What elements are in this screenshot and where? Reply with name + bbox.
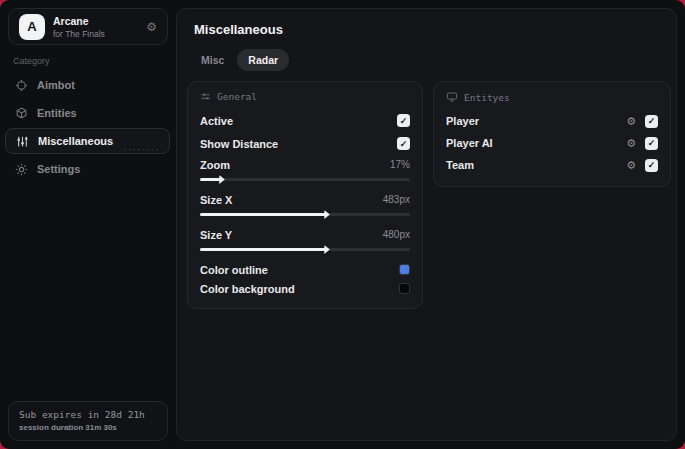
tune-icon xyxy=(200,91,211,102)
tab-misc[interactable]: Misc xyxy=(190,49,235,71)
setting-row-color-background: Color background xyxy=(200,279,410,298)
color-background-swatch[interactable] xyxy=(399,283,410,294)
entity-row-player: Player ⚙ xyxy=(446,110,658,132)
setting-label: Color background xyxy=(200,283,295,295)
category-label: Category xyxy=(13,56,50,66)
entity-controls: ⚙ xyxy=(626,115,658,128)
entity-controls: ⚙ xyxy=(626,159,658,172)
session-duration-text: session duration 31m 30s xyxy=(19,423,157,432)
slider-fill xyxy=(200,213,322,216)
setting-label: Zoom xyxy=(200,159,230,171)
sidebar-item-label: Settings xyxy=(37,163,80,175)
tab-radar[interactable]: Radar xyxy=(237,49,289,71)
size-y-value: 480px xyxy=(383,229,410,240)
active-checkbox[interactable] xyxy=(397,114,410,127)
general-card-title: General xyxy=(217,91,257,102)
slider-thumb[interactable] xyxy=(214,175,225,184)
entity-label: Player AI xyxy=(446,137,493,149)
setting-row-active: Active xyxy=(200,109,410,132)
sidebar-item-aimbot[interactable]: Aimbot xyxy=(0,71,175,99)
general-card: General Active Show Distance Zoom 17% S xyxy=(187,81,423,309)
entities-card: Entityes Player ⚙ Player AI ⚙ Team xyxy=(433,81,671,187)
dots-decoration: ········ xyxy=(124,145,160,155)
size-x-value: 483px xyxy=(383,194,410,205)
setting-row-size-x: Size X 483px xyxy=(200,190,410,209)
slider-fill xyxy=(200,248,322,251)
sidebar: A Arcane for The Finals ⚙ Category Aimbo… xyxy=(0,0,175,449)
general-card-header: General xyxy=(200,91,410,102)
gear-icon[interactable]: ⚙ xyxy=(626,160,636,171)
app-window: A Arcane for The Finals ⚙ Category Aimbo… xyxy=(0,0,685,449)
sidebar-item-label: Aimbot xyxy=(37,79,75,91)
entity-label: Team xyxy=(446,159,474,171)
sidebar-item-entities[interactable]: Entities xyxy=(0,99,175,127)
team-checkbox[interactable] xyxy=(645,159,658,172)
player-ai-checkbox[interactable] xyxy=(645,137,658,150)
settings-gear-icon[interactable]: ⚙ xyxy=(146,21,157,33)
setting-label: Active xyxy=(200,115,233,127)
main-panel: Miscellaneous Misc Radar General Active … xyxy=(176,8,677,441)
gear-icon xyxy=(15,163,28,176)
entity-label: Player xyxy=(446,115,479,127)
app-title: Arcane xyxy=(53,15,105,27)
zoom-value: 17% xyxy=(390,159,410,170)
zoom-slider[interactable] xyxy=(200,178,410,181)
app-header-texts: Arcane for The Finals xyxy=(53,15,105,39)
setting-row-show-distance: Show Distance xyxy=(200,132,410,155)
subscription-card: Sub expires in 28d 21h session duration … xyxy=(8,401,168,441)
entity-controls: ⚙ xyxy=(626,137,658,150)
setting-row-color-outline: Color outline xyxy=(200,260,410,279)
slider-fill xyxy=(200,178,217,181)
size-y-slider[interactable] xyxy=(200,248,410,251)
entities-card-header: Entityes xyxy=(446,91,658,103)
page-title: Miscellaneous xyxy=(194,22,283,37)
setting-label: Size Y xyxy=(200,229,232,241)
setting-label: Color outline xyxy=(200,264,268,276)
sidebar-item-miscellaneous[interactable]: Miscellaneous ········ xyxy=(5,128,170,154)
slider-thumb[interactable] xyxy=(319,210,330,219)
show-distance-checkbox[interactable] xyxy=(397,137,410,150)
sidebar-item-settings[interactable]: Settings xyxy=(0,155,175,183)
color-outline-swatch[interactable] xyxy=(399,264,410,275)
size-x-slider[interactable] xyxy=(200,213,410,216)
setting-row-size-y: Size Y 480px xyxy=(200,225,410,244)
setting-label: Size X xyxy=(200,194,232,206)
entities-card-title: Entityes xyxy=(464,92,510,103)
sidebar-nav: Aimbot Entities xyxy=(0,71,175,183)
app-logo-letter: A xyxy=(27,19,36,34)
entity-row-team: Team ⚙ xyxy=(446,154,658,176)
sliders-icon xyxy=(16,135,29,148)
tab-bar: Misc Radar xyxy=(190,49,289,71)
cube-icon xyxy=(15,107,28,120)
player-checkbox[interactable] xyxy=(645,115,658,128)
app-header-card: A Arcane for The Finals ⚙ xyxy=(8,8,168,45)
app-logo: A xyxy=(19,14,45,40)
setting-label: Show Distance xyxy=(200,138,278,150)
crosshair-icon xyxy=(15,79,28,92)
gear-icon[interactable]: ⚙ xyxy=(626,138,636,149)
sidebar-item-label: Miscellaneous xyxy=(38,135,113,147)
sidebar-item-label: Entities xyxy=(37,107,77,119)
setting-row-zoom: Zoom 17% xyxy=(200,155,410,174)
gear-icon[interactable]: ⚙ xyxy=(626,116,636,127)
app-subtitle: for The Finals xyxy=(53,29,105,39)
slider-thumb[interactable] xyxy=(319,245,330,254)
monitor-icon xyxy=(446,91,458,103)
sub-expires-text: Sub expires in 28d 21h xyxy=(19,409,157,420)
entity-row-player-ai: Player AI ⚙ xyxy=(446,132,658,154)
